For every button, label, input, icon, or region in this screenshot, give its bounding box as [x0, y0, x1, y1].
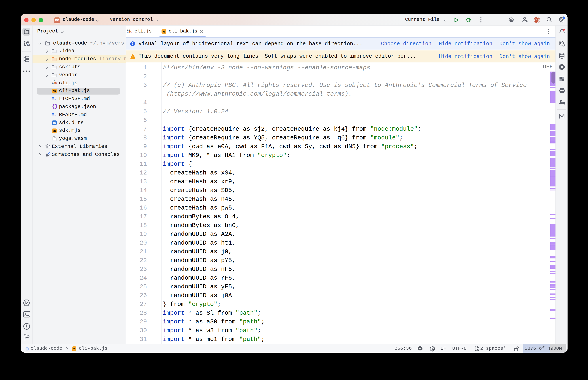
- svg-text:?: ?: [27, 43, 29, 47]
